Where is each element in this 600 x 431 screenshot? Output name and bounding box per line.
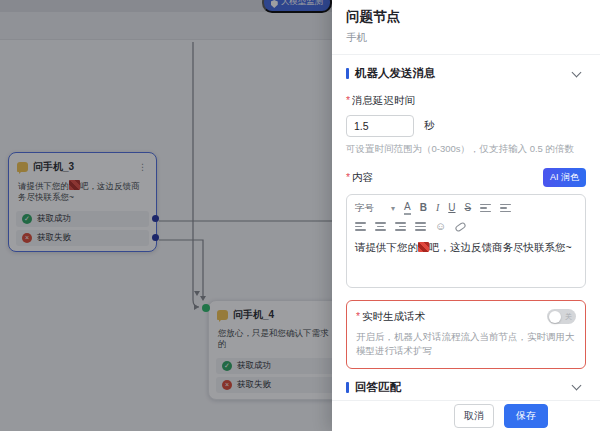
cancel-button[interactable]: 取消 bbox=[454, 404, 494, 428]
chevron-down-icon[interactable] bbox=[572, 67, 582, 77]
align-right-icon[interactable] bbox=[395, 222, 406, 230]
clear-format-icon[interactable] bbox=[455, 221, 467, 232]
delay-hint: 可设置时间范围为（0-300s），仅支持输入 0.5 的倍数 bbox=[346, 143, 586, 156]
align-center-icon[interactable] bbox=[375, 222, 386, 230]
delay-label: *消息延迟时间 bbox=[346, 94, 586, 108]
delay-input[interactable] bbox=[346, 115, 414, 137]
strikethrough-icon[interactable]: S bbox=[465, 202, 472, 214]
drawer-footer: 取消 保存 bbox=[332, 400, 600, 431]
italic-icon[interactable]: I bbox=[436, 202, 439, 214]
divider bbox=[332, 54, 600, 55]
realtime-description: 开启后，机器人对话流程流入当前节点，实时调用大模型进行话术扩写 bbox=[356, 330, 576, 359]
realtime-highlight-box: *实时生成话术 关 开启后，机器人对话流程流入当前节点，实时调用大模型进行话术扩… bbox=[346, 300, 586, 369]
underline-icon[interactable]: U bbox=[448, 202, 455, 214]
content-label: *内容 bbox=[346, 171, 543, 185]
drawer-title: 问题节点 bbox=[346, 8, 586, 26]
bold-icon[interactable]: B bbox=[420, 202, 427, 214]
align-left-icon[interactable] bbox=[355, 222, 366, 230]
redacted-word bbox=[418, 242, 429, 252]
ai-polish-button[interactable]: AI 润色 bbox=[543, 168, 586, 187]
font-color-icon[interactable]: A bbox=[404, 201, 411, 215]
chevron-down-icon[interactable] bbox=[572, 381, 582, 391]
align-justify-icon[interactable] bbox=[415, 222, 426, 230]
realtime-toggle[interactable]: 关 bbox=[547, 309, 576, 324]
font-size-dropdown[interactable]: 字号 bbox=[355, 202, 374, 215]
required-asterisk: * bbox=[356, 310, 360, 322]
realtime-label: *实时生成话术 bbox=[356, 310, 547, 324]
section-accent-bar bbox=[346, 382, 349, 393]
app-window: 大模型监测 问手机_3 ⋮ 请提供下您的吧，这边反馈商务尽快联系您~ ✓ 获取成… bbox=[0, 0, 600, 431]
section-robot-send-message[interactable]: 机器人发送消息 bbox=[346, 66, 586, 81]
delay-unit: 秒 bbox=[424, 119, 435, 133]
editor-content[interactable]: 请提供下您的吧，这边反馈商务尽快联系您~ bbox=[355, 240, 577, 256]
ordered-list-icon[interactable] bbox=[480, 204, 491, 212]
unordered-list-icon[interactable] bbox=[500, 204, 511, 212]
caret-down-icon[interactable]: ▾ bbox=[391, 204, 395, 213]
section-answer-matching[interactable]: 回答匹配 bbox=[346, 380, 586, 395]
section-accent-bar bbox=[346, 68, 349, 79]
message-editor[interactable]: 字号 ▾ A B I U S ☺ 请提供下您的吧，这边反馈商务尽快联系您~ bbox=[346, 194, 586, 288]
toggle-off-text: 关 bbox=[565, 312, 572, 321]
required-asterisk: * bbox=[346, 94, 350, 106]
emoji-icon[interactable]: ☺ bbox=[435, 221, 446, 232]
required-asterisk: * bbox=[346, 171, 350, 183]
save-button[interactable]: 保存 bbox=[504, 404, 548, 428]
toggle-knob bbox=[549, 311, 561, 323]
node-settings-drawer: 问题节点 手机 机器人发送消息 *消息延迟时间 秒 可设置时间范围为（0-300… bbox=[332, 0, 600, 431]
drawer-subtitle: 手机 bbox=[346, 31, 586, 45]
